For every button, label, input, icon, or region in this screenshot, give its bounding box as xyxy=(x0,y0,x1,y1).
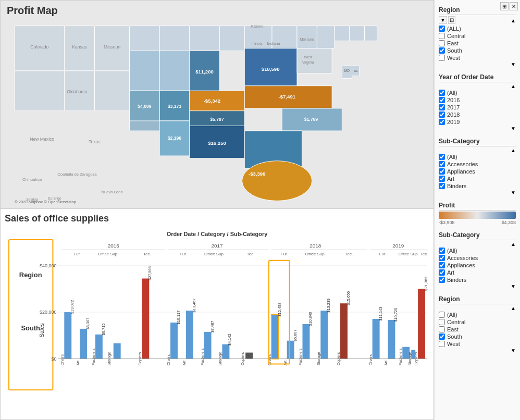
svg-text:$20,000: $20,000 xyxy=(40,310,56,315)
region-item-south: South xyxy=(439,47,516,54)
subcat-scroll-down[interactable]: ▼ xyxy=(439,190,516,195)
svg-rect-123 xyxy=(340,303,348,359)
svg-text:Office Sup.: Office Sup. xyxy=(399,252,419,256)
filter-icon[interactable]: ▼ xyxy=(439,16,447,24)
svg-rect-110 xyxy=(204,332,212,359)
subcat-check-art[interactable] xyxy=(439,176,445,182)
svg-text:Coahuila de Zaragoza: Coahuila de Zaragoza xyxy=(57,172,97,177)
year-item-all: (All) xyxy=(439,89,516,96)
subcat2-check-appliances[interactable] xyxy=(439,262,445,268)
svg-text:Illinois: Illinois xyxy=(252,41,263,46)
map-area: Colorado Kansas Missouri Oklahoma New Me… xyxy=(1,21,434,206)
svg-text:Region: Region xyxy=(19,271,42,279)
region2-label-south: South xyxy=(447,333,462,340)
svg-text:Fur.: Fur. xyxy=(73,252,81,256)
year-check-2019[interactable] xyxy=(439,119,445,125)
region2-check-south[interactable] xyxy=(439,333,445,340)
subcat2-item-appliances: Appliances xyxy=(439,262,516,269)
subcat-label-binders: Binders xyxy=(447,183,466,189)
subcat-check-accessories[interactable] xyxy=(439,161,445,167)
svg-text:$12,498: $12,498 xyxy=(277,303,282,317)
profit-filter: Profit -$3,908 $4,308 xyxy=(435,197,520,227)
region2-check-west[interactable] xyxy=(439,341,445,347)
svg-text:$8,307: $8,307 xyxy=(85,318,90,330)
svg-text:Virginia: Virginia xyxy=(302,60,314,65)
svg-text:Order Date / Category / Sub-Ca: Order Date / Category / Sub-Category xyxy=(167,231,268,237)
region2-item-central: Central xyxy=(439,318,516,326)
scroll-up-region[interactable]: ▲ xyxy=(511,18,516,23)
year-check-2018[interactable] xyxy=(439,112,445,118)
svg-text:$40,000: $40,000 xyxy=(40,263,56,268)
svg-text:Indiana: Indiana xyxy=(267,41,280,46)
subcat-check-binders[interactable] xyxy=(439,183,445,189)
profit-filter-title: Profit xyxy=(439,202,516,211)
svg-text:DE: DE xyxy=(354,69,358,72)
svg-rect-3 xyxy=(15,71,65,111)
year-scroll-down[interactable]: ▼ xyxy=(439,126,516,131)
svg-rect-115 xyxy=(271,315,279,359)
year-scroll-up[interactable]: ▲ xyxy=(439,83,516,89)
svg-text:-$5,342: -$5,342 xyxy=(204,98,220,104)
svg-text:$13,467: $13,467 xyxy=(192,299,196,313)
svg-text:$21,363: $21,363 xyxy=(424,277,428,291)
profit-min: -$3,908 xyxy=(439,220,455,225)
region2-item-east: East xyxy=(439,326,516,333)
svg-rect-9 xyxy=(219,26,244,51)
svg-rect-106 xyxy=(170,323,178,359)
svg-text:Fasteners: Fasteners xyxy=(398,348,403,365)
region-check-east[interactable] xyxy=(439,40,445,46)
subcategory2-filter: Sub-Category ▲ (All) Accessories Applian… xyxy=(435,227,520,291)
svg-rect-101 xyxy=(95,335,103,359)
region-icons: ▼ ⊡ xyxy=(439,16,455,24)
region2-label-east: East xyxy=(447,326,459,332)
svg-text:Copiers: Copiers xyxy=(414,352,418,366)
filter-icon2[interactable]: ⊡ xyxy=(448,16,455,24)
scroll-down-region[interactable]: ▼ xyxy=(439,61,516,67)
svg-text:Fasteners: Fasteners xyxy=(200,348,205,365)
close-icon[interactable]: ✕ xyxy=(510,2,518,10)
year-check-all[interactable] xyxy=(439,90,445,96)
svg-text:Art: Art xyxy=(283,360,288,365)
year-label-2018: 2018 xyxy=(447,112,460,118)
svg-text:Fur.: Fur. xyxy=(281,252,288,256)
region-check-all[interactable] xyxy=(439,26,445,32)
svg-rect-28 xyxy=(130,51,160,91)
subcat-check-all[interactable] xyxy=(439,154,445,160)
year-check-2017[interactable] xyxy=(439,104,445,110)
region2-check-central[interactable] xyxy=(439,319,445,325)
svg-text:Tec.: Tec. xyxy=(143,252,151,256)
subcat2-label-appliances: Appliances xyxy=(447,262,475,268)
subcat2-check-art[interactable] xyxy=(439,269,445,276)
chart-svg: Order Date / Category / Sub-Category Reg… xyxy=(5,226,429,414)
expand-icon[interactable]: ⊞ xyxy=(500,2,509,10)
subcat-scroll-up[interactable]: ▲ xyxy=(439,147,516,153)
subcat2-check-binders[interactable] xyxy=(439,277,445,283)
region2-check-all[interactable] xyxy=(439,312,445,318)
subcat-item-accessories: Accessories xyxy=(439,160,516,168)
svg-text:New Mexico: New Mexico xyxy=(30,137,54,142)
svg-rect-117 xyxy=(287,341,294,359)
svg-text:$16,250: $16,250 xyxy=(208,140,226,146)
subcat2-check-accessories[interactable] xyxy=(439,255,445,261)
subcat2-scroll-down[interactable]: ▼ xyxy=(439,283,516,289)
svg-text:South: South xyxy=(21,324,40,332)
subcat2-scroll-up[interactable]: ▲ xyxy=(439,241,516,247)
subcategory-filter-title: Sub-Category xyxy=(439,138,516,146)
svg-rect-104 xyxy=(142,278,149,359)
svg-text:Tec.: Tec. xyxy=(247,252,255,256)
region-check-central[interactable] xyxy=(439,33,445,39)
svg-text:Storage: Storage xyxy=(107,352,112,365)
subcat-check-appliances[interactable] xyxy=(439,168,445,175)
svg-text:$27,595: $27,595 xyxy=(147,266,152,280)
region2-scroll-up[interactable]: ▲ xyxy=(439,305,516,311)
svg-text:Office Sup.: Office Sup. xyxy=(98,252,118,256)
region-check-west[interactable] xyxy=(439,55,445,61)
region2-check-east[interactable] xyxy=(439,326,445,332)
region2-scroll-down[interactable]: ▼ xyxy=(439,348,516,353)
svg-text:$5,607: $5,607 xyxy=(293,329,298,341)
subcat-item-art: Art xyxy=(439,175,516,182)
svg-rect-97 xyxy=(64,312,71,359)
subcat2-check-all[interactable] xyxy=(439,248,445,254)
region-check-south[interactable] xyxy=(439,47,445,54)
year-check-2016[interactable] xyxy=(439,97,445,103)
